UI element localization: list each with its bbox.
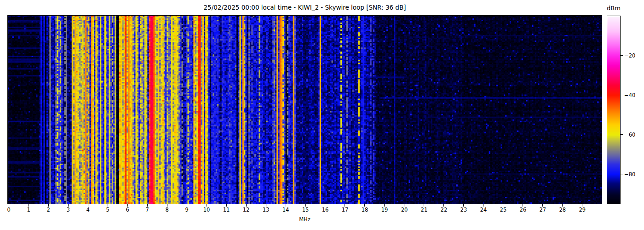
spectrogram-canvas <box>8 16 602 204</box>
x-tick-label: 9 <box>179 207 195 213</box>
x-tick-label: 18 <box>357 207 373 213</box>
colorbar-tick-label: −40 <box>624 92 643 98</box>
x-tick-label: 24 <box>476 207 491 213</box>
x-tick-label: 26 <box>515 207 531 213</box>
colorbar-tick-label: −60 <box>624 132 643 138</box>
x-axis-label: MHz <box>8 216 602 223</box>
x-tick-label: 16 <box>317 207 333 213</box>
colorbar-tick-mark <box>621 174 623 174</box>
x-tick-label: 17 <box>337 207 353 213</box>
x-tick-label: 23 <box>456 207 472 213</box>
x-tick-label: 28 <box>555 207 570 213</box>
x-tick-label: 4 <box>80 207 96 213</box>
x-tick-label: 20 <box>397 207 412 213</box>
colorbar <box>607 16 620 204</box>
x-tick-label: 13 <box>258 207 274 213</box>
colorbar-tick-mark <box>621 134 623 135</box>
x-tick-label: 2 <box>40 207 56 213</box>
x-tick-label: 21 <box>416 207 432 213</box>
x-tick-label: 3 <box>60 207 76 213</box>
x-tick-label: 10 <box>199 207 214 213</box>
x-tick-label: 0 <box>1 207 17 213</box>
x-tick-label: 22 <box>436 207 452 213</box>
colorbar-canvas <box>607 16 620 204</box>
x-tick-label: 8 <box>159 207 175 213</box>
colorbar-tick-label: −80 <box>624 171 643 178</box>
x-tick-label: 1 <box>21 207 36 213</box>
x-tick-label: 11 <box>218 207 234 213</box>
x-tick-label: 7 <box>139 207 155 213</box>
x-tick-label: 27 <box>535 207 551 213</box>
colorbar-tick-mark <box>621 95 623 95</box>
x-tick-label: 14 <box>278 207 293 213</box>
chart-title: 25/02/2025 00:00 local time - KIWI_2 - S… <box>8 3 602 12</box>
waterfall-page: { "title": "25/02/2025 00:00 local time … <box>0 0 644 230</box>
colorbar-tick-mark <box>621 55 623 56</box>
x-tick-label: 5 <box>100 207 115 213</box>
x-tick-label: 19 <box>377 207 392 213</box>
x-tick-label: 12 <box>238 207 254 213</box>
colorbar-label: dBm <box>602 4 626 12</box>
colorbar-tick-label: −20 <box>624 52 643 59</box>
x-tick-label: 6 <box>120 207 135 213</box>
x-tick-label: 25 <box>495 207 511 213</box>
x-tick-label: 29 <box>575 207 590 213</box>
plot-area <box>8 16 602 204</box>
x-tick-label: 15 <box>298 207 313 213</box>
